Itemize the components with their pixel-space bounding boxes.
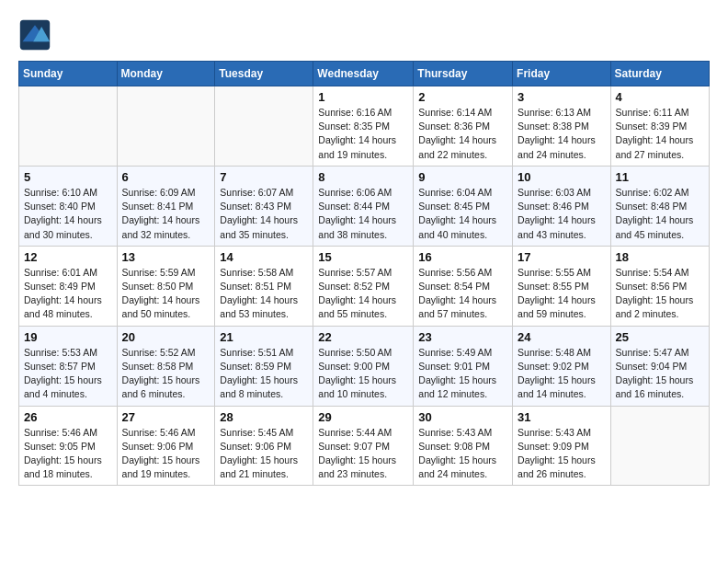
day-info: Sunrise: 6:10 AM Sunset: 8:40 PM Dayligh… [24, 186, 112, 242]
day-number: 30 [418, 410, 507, 424]
header-day: Monday [117, 62, 215, 86]
calendar-header: SundayMondayTuesdayWednesdayThursdayFrid… [19, 62, 710, 86]
header-day: Tuesday [215, 62, 313, 86]
calendar-cell: 20Sunrise: 5:52 AM Sunset: 8:58 PM Dayli… [117, 326, 215, 406]
day-number: 29 [318, 410, 408, 424]
day-number: 7 [220, 170, 308, 184]
day-info: Sunrise: 5:45 AM Sunset: 9:06 PM Dayligh… [220, 426, 308, 482]
day-number: 8 [318, 170, 408, 184]
calendar-cell: 15Sunrise: 5:57 AM Sunset: 8:52 PM Dayli… [313, 246, 414, 326]
day-info: Sunrise: 6:13 AM Sunset: 8:38 PM Dayligh… [518, 106, 606, 162]
calendar-cell: 31Sunrise: 5:43 AM Sunset: 9:09 PM Dayli… [513, 406, 611, 486]
header-day: Thursday [414, 62, 513, 86]
calendar-cell: 10Sunrise: 6:03 AM Sunset: 8:46 PM Dayli… [513, 166, 611, 246]
day-number: 22 [318, 330, 408, 344]
day-info: Sunrise: 6:11 AM Sunset: 8:39 PM Dayligh… [616, 106, 704, 162]
calendar-cell: 28Sunrise: 5:45 AM Sunset: 9:06 PM Dayli… [215, 406, 313, 486]
day-number: 28 [220, 410, 308, 424]
calendar-cell: 2Sunrise: 6:14 AM Sunset: 8:36 PM Daylig… [414, 86, 513, 167]
day-info: Sunrise: 5:54 AM Sunset: 8:56 PM Dayligh… [616, 266, 704, 322]
day-info: Sunrise: 5:46 AM Sunset: 9:05 PM Dayligh… [24, 426, 112, 482]
day-info: Sunrise: 6:14 AM Sunset: 8:36 PM Dayligh… [418, 106, 507, 162]
calendar-cell: 27Sunrise: 5:46 AM Sunset: 9:06 PM Dayli… [117, 406, 215, 486]
day-info: Sunrise: 5:55 AM Sunset: 8:55 PM Dayligh… [518, 266, 606, 322]
calendar-week: 19Sunrise: 5:53 AM Sunset: 8:57 PM Dayli… [19, 326, 710, 406]
day-info: Sunrise: 6:09 AM Sunset: 8:41 PM Dayligh… [122, 186, 210, 242]
calendar-cell: 29Sunrise: 5:44 AM Sunset: 9:07 PM Dayli… [313, 406, 414, 486]
calendar-body: 1Sunrise: 6:16 AM Sunset: 8:35 PM Daylig… [19, 86, 710, 486]
day-info: Sunrise: 5:43 AM Sunset: 9:08 PM Dayligh… [418, 426, 507, 482]
calendar-table: SundayMondayTuesdayWednesdayThursdayFrid… [18, 61, 710, 486]
day-info: Sunrise: 6:16 AM Sunset: 8:35 PM Dayligh… [318, 106, 408, 162]
day-number: 3 [518, 90, 606, 104]
calendar-cell: 14Sunrise: 5:58 AM Sunset: 8:51 PM Dayli… [215, 246, 313, 326]
day-info: Sunrise: 6:07 AM Sunset: 8:43 PM Dayligh… [220, 186, 308, 242]
calendar-cell [19, 86, 118, 167]
day-number: 13 [122, 250, 210, 264]
calendar-cell: 11Sunrise: 6:02 AM Sunset: 8:48 PM Dayli… [610, 166, 709, 246]
day-number: 6 [122, 170, 210, 184]
day-info: Sunrise: 5:59 AM Sunset: 8:50 PM Dayligh… [122, 266, 210, 322]
calendar-cell: 22Sunrise: 5:50 AM Sunset: 9:00 PM Dayli… [313, 326, 414, 406]
calendar-cell: 17Sunrise: 5:55 AM Sunset: 8:55 PM Dayli… [513, 246, 611, 326]
calendar-cell: 24Sunrise: 5:48 AM Sunset: 9:02 PM Dayli… [513, 326, 611, 406]
calendar-cell: 6Sunrise: 6:09 AM Sunset: 8:41 PM Daylig… [117, 166, 215, 246]
calendar-cell: 1Sunrise: 6:16 AM Sunset: 8:35 PM Daylig… [313, 86, 414, 167]
day-number: 14 [220, 250, 308, 264]
day-info: Sunrise: 6:04 AM Sunset: 8:45 PM Dayligh… [418, 186, 507, 242]
calendar-cell: 16Sunrise: 5:56 AM Sunset: 8:54 PM Dayli… [414, 246, 513, 326]
day-number: 15 [318, 250, 408, 264]
calendar-cell: 19Sunrise: 5:53 AM Sunset: 8:57 PM Dayli… [19, 326, 118, 406]
calendar-cell: 4Sunrise: 6:11 AM Sunset: 8:39 PM Daylig… [610, 86, 709, 167]
day-number: 10 [518, 170, 606, 184]
calendar-week: 1Sunrise: 6:16 AM Sunset: 8:35 PM Daylig… [19, 86, 710, 167]
day-number: 19 [24, 330, 112, 344]
day-info: Sunrise: 5:52 AM Sunset: 8:58 PM Dayligh… [122, 346, 210, 402]
day-info: Sunrise: 6:02 AM Sunset: 8:48 PM Dayligh… [616, 186, 704, 242]
logo-icon [18, 18, 51, 52]
day-number: 31 [518, 410, 606, 424]
day-number: 2 [418, 90, 507, 104]
day-info: Sunrise: 5:43 AM Sunset: 9:09 PM Dayligh… [518, 426, 606, 482]
calendar-cell: 18Sunrise: 5:54 AM Sunset: 8:56 PM Dayli… [610, 246, 709, 326]
calendar-cell [215, 86, 313, 167]
calendar-cell [117, 86, 215, 167]
header-row: SundayMondayTuesdayWednesdayThursdayFrid… [19, 62, 710, 86]
header-day: Wednesday [313, 62, 414, 86]
day-info: Sunrise: 6:06 AM Sunset: 8:44 PM Dayligh… [318, 186, 408, 242]
day-number: 25 [616, 330, 704, 344]
day-info: Sunrise: 5:53 AM Sunset: 8:57 PM Dayligh… [24, 346, 112, 402]
day-number: 1 [318, 90, 408, 104]
day-info: Sunrise: 5:48 AM Sunset: 9:02 PM Dayligh… [518, 346, 606, 402]
day-number: 26 [24, 410, 112, 424]
day-number: 12 [24, 250, 112, 264]
header-day: Friday [513, 62, 611, 86]
logo [18, 18, 57, 52]
day-number: 17 [518, 250, 606, 264]
header-day: Sunday [19, 62, 118, 86]
day-number: 5 [24, 170, 112, 184]
calendar-cell: 30Sunrise: 5:43 AM Sunset: 9:08 PM Dayli… [414, 406, 513, 486]
page-header [18, 18, 710, 52]
day-info: Sunrise: 6:01 AM Sunset: 8:49 PM Dayligh… [24, 266, 112, 322]
calendar-cell: 13Sunrise: 5:59 AM Sunset: 8:50 PM Dayli… [117, 246, 215, 326]
day-number: 20 [122, 330, 210, 344]
day-number: 9 [418, 170, 507, 184]
calendar-cell: 3Sunrise: 6:13 AM Sunset: 8:38 PM Daylig… [513, 86, 611, 167]
day-number: 18 [616, 250, 704, 264]
calendar-cell: 21Sunrise: 5:51 AM Sunset: 8:59 PM Dayli… [215, 326, 313, 406]
day-number: 11 [616, 170, 704, 184]
calendar-cell: 25Sunrise: 5:47 AM Sunset: 9:04 PM Dayli… [610, 326, 709, 406]
day-info: Sunrise: 5:50 AM Sunset: 9:00 PM Dayligh… [318, 346, 408, 402]
header-day: Saturday [610, 62, 709, 86]
calendar-week: 5Sunrise: 6:10 AM Sunset: 8:40 PM Daylig… [19, 166, 710, 246]
calendar-week: 26Sunrise: 5:46 AM Sunset: 9:05 PM Dayli… [19, 406, 710, 486]
calendar-cell: 23Sunrise: 5:49 AM Sunset: 9:01 PM Dayli… [414, 326, 513, 406]
day-number: 21 [220, 330, 308, 344]
day-info: Sunrise: 5:49 AM Sunset: 9:01 PM Dayligh… [418, 346, 507, 402]
day-info: Sunrise: 5:58 AM Sunset: 8:51 PM Dayligh… [220, 266, 308, 322]
day-info: Sunrise: 5:44 AM Sunset: 9:07 PM Dayligh… [318, 426, 408, 482]
calendar-cell [610, 406, 709, 486]
day-number: 24 [518, 330, 606, 344]
day-info: Sunrise: 5:56 AM Sunset: 8:54 PM Dayligh… [418, 266, 507, 322]
